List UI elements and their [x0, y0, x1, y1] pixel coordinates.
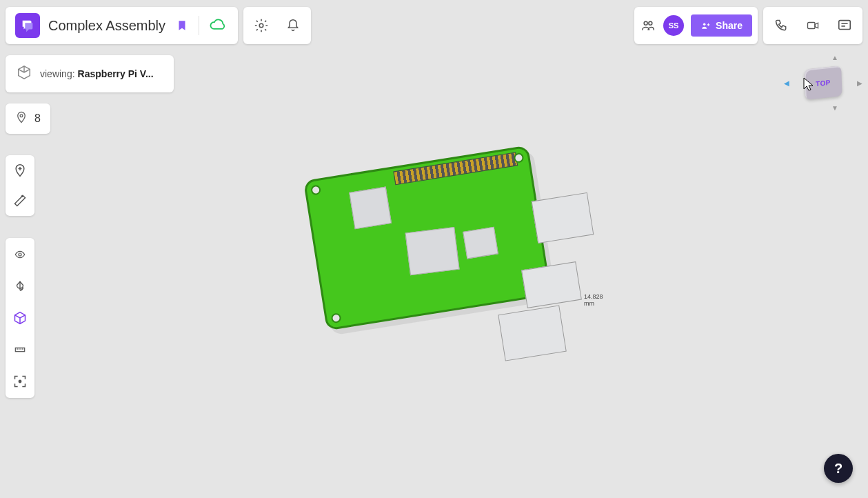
pins-pill[interactable]: 8 — [6, 103, 50, 134]
ethernet-port — [532, 192, 594, 243]
model-viewport[interactable]: 14.828 mm — [293, 135, 583, 362]
collaborators-pill: SS Share — [634, 7, 758, 44]
view-tools — [6, 238, 34, 398]
mount-hole — [310, 184, 321, 195]
mount-hole — [534, 281, 545, 292]
chat-icon[interactable] — [836, 17, 853, 34]
svg-rect-8 — [15, 348, 24, 351]
viewcube-down-arrow[interactable]: ▼ — [831, 104, 838, 112]
pcb-board — [303, 146, 552, 331]
svg-point-2 — [649, 21, 652, 25]
measure-add-icon[interactable] — [12, 192, 28, 209]
cloud-sync-icon[interactable] — [208, 13, 228, 38]
view-cube[interactable]: TOP — [804, 66, 842, 100]
markup-tools — [6, 155, 34, 216]
svg-point-1 — [644, 21, 647, 25]
add-pin-icon[interactable] — [12, 162, 28, 179]
app-logo[interactable] — [15, 13, 40, 38]
svg-rect-4 — [808, 23, 816, 29]
ruler-icon[interactable] — [12, 341, 28, 358]
chip — [405, 227, 460, 275]
viewcube-left-arrow[interactable]: ◀ — [784, 79, 789, 87]
svg-point-3 — [703, 23, 706, 26]
title-pill: Complex Assembly — [6, 7, 238, 44]
contrast-icon[interactable] — [12, 278, 28, 295]
view-cube-widget: ▲ ▼ ◀ ▶ TOP — [785, 55, 861, 110]
svg-point-6 — [20, 114, 23, 117]
svg-rect-5 — [839, 21, 851, 30]
people-icon[interactable] — [640, 17, 656, 34]
settings-pill — [243, 7, 311, 44]
video-icon[interactable] — [805, 17, 821, 34]
assembly-icon — [17, 65, 32, 83]
solid-view-icon[interactable] — [12, 310, 28, 326]
user-avatar[interactable]: SS — [663, 15, 684, 36]
help-label: ? — [834, 461, 842, 477]
viewcube-right-arrow[interactable]: ▶ — [857, 79, 862, 87]
gear-icon[interactable] — [253, 17, 270, 34]
gpio-header — [393, 152, 518, 185]
help-button[interactable]: ? — [824, 454, 853, 483]
pin-count: 8 — [34, 112, 41, 125]
viewing-label: viewing: Raspberry Pi V... — [40, 68, 154, 79]
fit-view-icon[interactable] — [12, 373, 28, 390]
dimension-label: 14.828 mm — [583, 293, 605, 307]
viewing-prefix: viewing: — [40, 68, 75, 79]
mount-hole — [331, 312, 342, 323]
viewcube-up-arrow[interactable]: ▲ — [831, 54, 838, 61]
comm-pill — [763, 7, 862, 44]
share-button[interactable]: Share — [691, 14, 752, 37]
top-bar: Complex Assembly SS Share — [0, 7, 868, 44]
svg-point-9 — [19, 380, 21, 382]
chip — [349, 187, 392, 230]
viewcube-face-label: TOP — [816, 78, 831, 87]
chip — [463, 227, 498, 259]
usb-port — [521, 261, 582, 308]
document-title[interactable]: Complex Assembly — [48, 18, 165, 34]
phone-icon[interactable] — [773, 17, 789, 34]
viewing-pill[interactable]: viewing: Raspberry Pi V... — [6, 55, 174, 92]
pin-marker-icon — [15, 110, 28, 128]
bookmark-icon[interactable] — [174, 13, 190, 38]
svg-point-7 — [19, 253, 21, 256]
mount-hole — [513, 152, 524, 163]
usb-port — [498, 305, 567, 361]
share-button-label: Share — [716, 20, 743, 31]
separator — [199, 16, 199, 35]
svg-point-0 — [259, 23, 263, 28]
visibility-icon[interactable] — [12, 246, 28, 263]
viewing-name: Raspberry Pi V... — [78, 68, 154, 79]
bell-icon[interactable] — [285, 17, 301, 34]
